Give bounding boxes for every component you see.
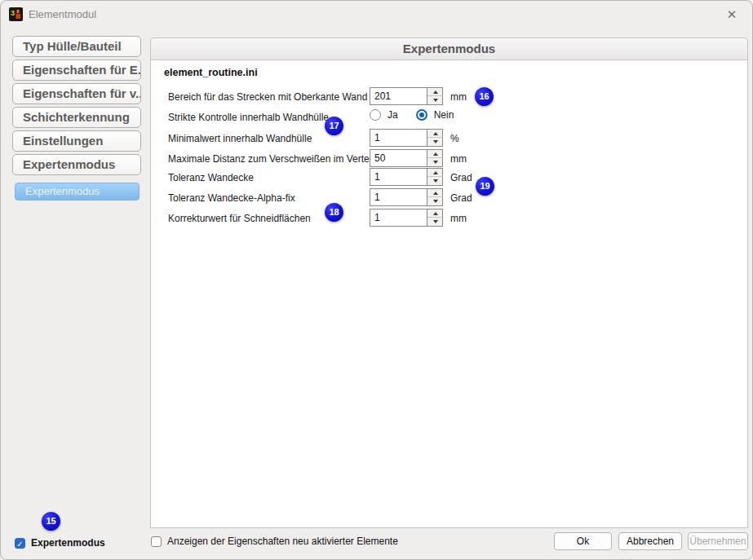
callout-badge-19: 19 (476, 177, 494, 196)
spin-down-icon[interactable] (427, 138, 443, 146)
field-label-maximale-distanz: Maximale Distanz zum Verschweißen im Ver… (168, 153, 392, 165)
spinner-toleranz-alpha-fix (370, 188, 443, 206)
sidebar-item-eigenschaften-v[interactable]: Eigenschaften für v... (12, 83, 141, 104)
field-label-bereich-strecken: Bereich für das Strecken mit Oberkante W… (168, 91, 367, 103)
spinner-buttons (427, 189, 442, 205)
radio-ja[interactable] (370, 109, 381, 121)
spin-down-icon[interactable] (427, 197, 443, 205)
spin-up-icon[interactable] (427, 88, 443, 96)
sidebar-item-einstellungen[interactable]: Einstellungen (12, 130, 141, 152)
radio-group-strikte-kontrolle: Ja Nein (370, 109, 465, 121)
spin-up-icon[interactable] (427, 209, 443, 218)
unit-label: mm (450, 91, 467, 103)
spinner-maximale-distanz (370, 149, 443, 167)
field-label-korrekturwert: Korrekturwert für Schneidflächen (168, 213, 311, 224)
spinner-buttons (427, 130, 442, 146)
sidebar-item-eigenschaften-e[interactable]: Eigenschaften für E... (12, 60, 141, 81)
spin-down-icon[interactable] (427, 158, 443, 166)
abbrechen-button[interactable]: Abbrechen (618, 532, 682, 550)
spinner-toleranz-wandecke (370, 168, 443, 186)
field-label-toleranz-wandecke: Toleranz Wandecke (168, 172, 254, 183)
field-label-minimalwert: Minimalwert innerhalb Wandhülle (168, 133, 312, 144)
spinner-buttons (427, 150, 442, 166)
window-title: Elementmodul (29, 8, 96, 20)
elementmodul-window: 3 Elementmodul ✕ Typ Hülle/Bauteil Eigen… (0, 0, 753, 560)
spinner-toleranz-alpha-fix-input[interactable] (370, 189, 427, 205)
unit-label: mm (450, 153, 467, 165)
spin-down-icon[interactable] (427, 218, 443, 226)
expertenmodus-checkbox-row[interactable]: ✓ Expertenmodus (15, 537, 105, 549)
spin-up-icon[interactable] (427, 189, 443, 197)
expertenmodus-checkbox-label: Expertenmodus (31, 537, 105, 549)
radio-nein-selected[interactable] (416, 109, 427, 121)
sidebar-item-schichterkennung[interactable]: Schichterkennung (12, 107, 141, 128)
spinner-buttons (427, 88, 442, 104)
callout-badge-17: 17 (325, 117, 343, 135)
main-panel-header: Expertenmodus (150, 37, 748, 60)
spinner-buttons (427, 209, 442, 226)
sidebar-item-expertenmodus[interactable]: Expertenmodus (12, 154, 141, 175)
checkbox-unchecked-icon[interactable] (151, 536, 162, 547)
spin-down-icon[interactable] (427, 96, 443, 104)
spinner-minimalwert-input[interactable] (370, 130, 427, 146)
spinner-maximale-distanz-input[interactable] (370, 150, 427, 166)
app-3d-icon: 3 (9, 7, 23, 21)
callout-badge-16: 16 (475, 87, 494, 106)
spinner-korrekturwert-input[interactable] (370, 209, 427, 226)
ini-file-label: element_routine.ini (164, 67, 258, 78)
title-bar: 3 Elementmodul ✕ (1, 1, 752, 29)
field-label-strikte-kontrolle: Strikte Kontrolle innerhalb Wandhülle (168, 112, 329, 123)
spin-down-icon[interactable] (427, 177, 443, 185)
spinner-toleranz-wandecke-input[interactable] (370, 169, 427, 185)
unit-label: mm (450, 213, 467, 224)
radio-ja-label[interactable]: Ja (388, 109, 398, 121)
checkbox-checked-icon[interactable]: ✓ (15, 538, 25, 549)
spinner-buttons (427, 169, 442, 185)
uebernehmen-button: Übernehmen (688, 532, 748, 550)
spinner-korrekturwert (370, 209, 443, 227)
main-panel (150, 60, 748, 528)
close-icon[interactable]: ✕ (724, 7, 739, 22)
unit-label: Grad (450, 172, 472, 183)
spinner-bereich-strecken-input[interactable] (370, 88, 427, 104)
callout-badge-15: 15 (42, 512, 60, 531)
unit-label: Grad (450, 192, 472, 204)
show-new-props-label: Anzeigen der Eigenschaften neu aktiviert… (167, 536, 398, 547)
spinner-bereich-strecken (370, 87, 443, 105)
ok-button[interactable]: Ok (554, 532, 612, 550)
field-label-toleranz-alpha-fix: Toleranz Wandecke-Alpha-fix (168, 192, 295, 204)
show-new-props-checkbox-row[interactable]: Anzeigen der Eigenschaften neu aktiviert… (151, 536, 398, 547)
sidebar-item-typ-huelle-bauteil[interactable]: Typ Hülle/Bauteil (12, 36, 141, 57)
unit-label: % (450, 133, 459, 144)
spin-up-icon[interactable] (427, 169, 443, 177)
spin-up-icon[interactable] (427, 150, 443, 158)
sidebar-subitem-expertenmodus-active[interactable]: Expertenmodus (15, 183, 140, 201)
spinner-minimalwert (370, 129, 443, 147)
spin-up-icon[interactable] (427, 130, 443, 138)
radio-nein-label[interactable]: Nein (434, 109, 454, 121)
svg-text:3: 3 (11, 9, 15, 17)
callout-badge-18: 18 (325, 203, 343, 222)
